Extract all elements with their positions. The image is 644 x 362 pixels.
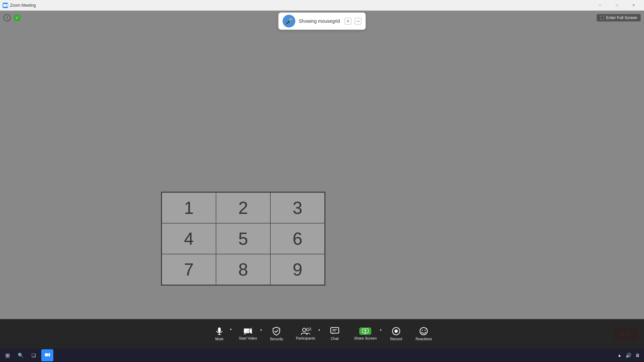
reactions-label: Reactions <box>416 337 432 341</box>
security-icon <box>272 327 280 336</box>
notification-close-button[interactable]: ✕ <box>344 18 351 24</box>
mute-arrow[interactable]: ▲ <box>229 327 232 330</box>
taskbar-search-button[interactable]: 🔍 <box>15 353 26 358</box>
svg-point-21 <box>422 330 423 331</box>
taskbar-display[interactable]: 🖥 <box>635 353 640 358</box>
chat-icon <box>330 327 339 335</box>
mute-label: Mute <box>215 337 223 341</box>
svg-text:+: + <box>426 327 428 330</box>
notification-text: Showing mousegrid <box>299 18 340 24</box>
app-icon <box>3 3 8 8</box>
taskbar-volume[interactable]: 🔊 <box>626 353 631 358</box>
mute-button[interactable]: Mute ▲ <box>206 325 233 343</box>
svg-rect-3 <box>218 327 221 332</box>
svg-rect-25 <box>45 353 48 356</box>
mic-icon: 🎤 <box>283 15 296 27</box>
mute-icon <box>215 327 224 336</box>
participants-button[interactable]: 1 Participants ▲ <box>290 325 321 342</box>
share-screen-label: Share Screen <box>354 336 377 340</box>
security-shield-icon[interactable]: ✓ <box>13 14 21 21</box>
grid-cell-1[interactable]: 1 <box>162 192 216 223</box>
minimize-button[interactable]: ─ <box>592 1 608 10</box>
participants-count: 1 <box>310 327 312 331</box>
main-area: ℹ ✓ ⛶ Enter Full Screen 🎤 Showing mouseg… <box>0 11 644 349</box>
start-video-icon <box>244 327 252 335</box>
grid-cell-5[interactable]: 5 <box>216 223 270 254</box>
chat-button[interactable]: Chat <box>321 325 348 343</box>
info-icon[interactable]: ℹ <box>3 14 11 21</box>
app-title: Zoom Meeting <box>10 3 592 8</box>
mousegrid-notification: 🎤 Showing mousegrid ✕ ─ <box>278 12 366 30</box>
taskview-button[interactable]: ❏ <box>29 353 39 358</box>
share-screen-icon <box>359 327 371 335</box>
security-label: Security <box>270 337 283 341</box>
svg-rect-1 <box>3 4 6 7</box>
svg-point-10 <box>307 328 309 331</box>
reactions-button[interactable]: + Reactions <box>410 325 438 343</box>
participants-label: Participants <box>296 336 315 340</box>
top-left-icons: ℹ ✓ <box>3 14 21 21</box>
meeting-toolbar: Mute ▲ Start Video ▲ Secu <box>0 319 644 349</box>
svg-point-19 <box>394 329 398 333</box>
grid-cell-2[interactable]: 2 <box>216 192 270 223</box>
start-video-label: Start Video <box>239 336 257 340</box>
maximize-button[interactable]: □ <box>609 1 625 10</box>
fullscreen-label: Enter Full Screen <box>606 15 637 20</box>
taskbar-system-tray[interactable]: ▲ <box>618 353 622 358</box>
participants-icon: 1 <box>301 327 310 335</box>
record-label: Record <box>390 337 402 341</box>
windows-start-button[interactable]: ⊞ <box>3 352 12 359</box>
grid-cell-9[interactable]: 9 <box>270 254 325 285</box>
start-video-arrow[interactable]: ▲ <box>260 328 262 331</box>
svg-rect-11 <box>331 327 339 333</box>
svg-point-9 <box>303 328 306 331</box>
grid-cell-7[interactable]: 7 <box>162 254 216 285</box>
mousegrid-overlay[interactable]: 1 2 3 4 5 6 7 8 9 <box>161 192 325 286</box>
windows-taskbar: ⊞ 🔍 ❏ ▲ 🔊 🖥 <box>0 349 644 362</box>
participants-arrow[interactable]: ▲ <box>318 328 321 331</box>
svg-point-22 <box>425 330 426 331</box>
grid-cell-8[interactable]: 8 <box>216 254 270 285</box>
zoom-taskbar-item[interactable] <box>41 349 53 361</box>
security-button[interactable]: Security <box>263 325 290 343</box>
close-button[interactable]: ✕ <box>626 1 641 10</box>
record-button[interactable]: Record <box>383 325 410 343</box>
record-icon <box>392 327 400 336</box>
grid-cell-6[interactable]: 6 <box>270 223 325 254</box>
notification-minimize-button[interactable]: ─ <box>355 18 361 24</box>
fullscreen-icon: ⛶ <box>600 15 604 20</box>
svg-rect-6 <box>244 328 249 333</box>
share-screen-arrow[interactable]: ▲ <box>379 328 382 331</box>
share-screen-button[interactable]: Share Screen ▲ <box>348 325 383 342</box>
fullscreen-button[interactable]: ⛶ Enter Full Screen <box>597 14 641 21</box>
title-bar: Zoom Meeting ─ □ ✕ <box>0 0 644 11</box>
grid-cell-3[interactable]: 3 <box>270 192 325 223</box>
grid-cell-4[interactable]: 4 <box>162 223 216 254</box>
chat-label: Chat <box>331 337 338 341</box>
start-video-button[interactable]: Start Video ▲ <box>233 325 263 342</box>
window-controls: ─ □ ✕ <box>592 1 641 10</box>
reactions-icon: + <box>419 327 428 336</box>
